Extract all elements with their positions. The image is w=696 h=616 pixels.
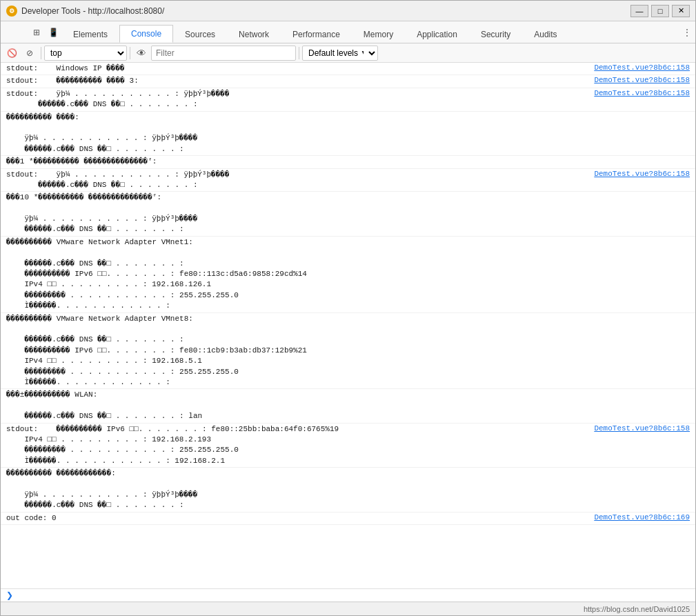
log-text: stdout: ÿþ¼ . . . . . . . . . . . : ÿþþÝ… [6, 170, 588, 191]
tab-console[interactable]: Console [119, 25, 173, 43]
minimize-button[interactable]: — [630, 5, 648, 17]
log-source[interactable]: DemoTest.vue?8b6c:158 [594, 76, 690, 84]
log-line-3: stdout: ÿþ¼ . . . . . . . . . . . : ÿþþÝ… [1, 88, 695, 112]
log-text: stdout: Windows IP ���� [6, 63, 588, 74]
prompt-arrow: ❯ [6, 590, 13, 600]
log-line-4: ���������� ����: ÿþ¼ . . . . . . . . . .… [1, 112, 695, 157]
tab-elements[interactable]: Elements [61, 25, 119, 43]
status-url: https://blog.csdn.net/David1025 [584, 605, 690, 613]
log-text: ���10 *���������� ��������������ᶠ: ÿþ¼ .… [6, 192, 579, 235]
nav-icon-2[interactable]: 📱 [45, 25, 61, 40]
log-text: ���������� VMware Network Adapter VMnet1… [6, 237, 579, 312]
nav-tabs: ⊞ 📱 Elements Console Sources Network Per… [1, 21, 695, 43]
log-text: stdout: ���������� ���� 3: [6, 76, 588, 86]
nav-icon-1[interactable]: ⊞ [28, 25, 45, 40]
log-source[interactable]: DemoTest.vue?8b6c:158 [594, 89, 690, 97]
window-title: Developer Tools - http://localhost:8080/ [21, 6, 164, 16]
filter-input[interactable] [151, 46, 296, 61]
log-text: stdout: ÿþ¼ . . . . . . . . . . . : ÿþþÝ… [6, 89, 588, 110]
toolbar-divider-2 [130, 47, 130, 59]
log-line-7: ���10 *���������� ��������������ᶠ: ÿþ¼ .… [1, 192, 695, 237]
log-text: ���������� ����: ÿþ¼ . . . . . . . . . .… [6, 112, 579, 155]
status-bar: https://blog.csdn.net/David1025 [1, 602, 695, 615]
tab-performance[interactable]: Performance [281, 25, 352, 43]
log-line-6: stdout: ÿþ¼ . . . . . . . . . . . : ÿþþÝ… [1, 169, 695, 192]
log-line-8: ���������� VMware Network Adapter VMnet1… [1, 237, 695, 313]
log-line-9: ���������� VMware Network Adapter VMnet8… [1, 313, 695, 390]
log-line-12: ���������� ������������: ÿþ¼ . . . . . .… [1, 468, 695, 513]
tab-network[interactable]: Network [227, 25, 281, 43]
title-bar: ⚙ Developer Tools - http://localhost:808… [1, 1, 695, 21]
console-input[interactable] [16, 591, 690, 599]
log-level-selector[interactable]: Default levels ▼ [302, 46, 378, 61]
tab-security[interactable]: Security [469, 25, 522, 43]
devtools-icon: ⚙ [6, 6, 17, 17]
title-bar-left: ⚙ Developer Tools - http://localhost:808… [6, 6, 164, 17]
log-text: ���������� VMware Network Adapter VMnet8… [6, 314, 579, 388]
log-source[interactable]: DemoTest.vue?8b6c:158 [594, 424, 690, 433]
log-text: ���±���������� WLAN: ������.c��� DNS ��□… [6, 390, 579, 421]
log-text: out code: 0 [6, 513, 588, 524]
toolbar-divider-1 [41, 47, 41, 59]
log-source[interactable]: DemoTest.vue?8b6c:158 [594, 170, 690, 178]
console-toolbar: 🚫 ⊘ top 👁 Default levels ▼ [1, 43, 695, 63]
log-text: ���1 *���������� ��������������ᶠ: [6, 157, 579, 167]
log-text: ���������� ������������: ÿþ¼ . . . . . .… [6, 468, 579, 511]
log-text: stdout: ���������� IPv6 □□. . . . . . . … [6, 424, 588, 467]
console-settings-button[interactable]: ⊘ [21, 46, 38, 61]
more-tabs-button[interactable]: ⋮ [679, 25, 695, 40]
tab-audits[interactable]: Audits [522, 25, 568, 43]
close-button[interactable]: ✕ [672, 5, 690, 17]
eye-icon[interactable]: 👁 [133, 46, 150, 61]
console-output: stdout: Windows IP ���� DemoTest.vue?8b6… [1, 63, 695, 588]
maximize-button[interactable]: □ [651, 5, 669, 17]
tab-memory[interactable]: Memory [352, 25, 405, 43]
log-line-10: ���±���������� WLAN: ������.c��� DNS ��□… [1, 389, 695, 423]
context-selector[interactable]: top [44, 46, 127, 61]
clear-console-button[interactable]: 🚫 [3, 46, 20, 61]
window-controls: — □ ✕ [630, 5, 690, 17]
log-source[interactable]: DemoTest.vue?8b6c:169 [594, 513, 690, 521]
log-line-11: stdout: ���������� IPv6 □□. . . . . . . … [1, 424, 695, 468]
toolbar-divider-3 [299, 47, 299, 59]
tab-sources[interactable]: Sources [173, 25, 227, 43]
log-line-2: stdout: ���������� ���� 3: DemoTest.vue?… [1, 75, 695, 88]
log-line-1: stdout: Windows IP ���� DemoTest.vue?8b6… [1, 63, 695, 75]
log-line-5: ���1 *���������� ��������������ᶠ: [1, 156, 695, 168]
log-line-13: out code: 0 DemoTest.vue?8b6c:169 [1, 513, 695, 525]
console-prompt: ❯ [1, 588, 695, 602]
tab-application[interactable]: Application [405, 25, 469, 43]
log-source[interactable]: DemoTest.vue?8b6c:158 [594, 63, 690, 72]
devtools-window: ⚙ Developer Tools - http://localhost:808… [0, 0, 696, 616]
